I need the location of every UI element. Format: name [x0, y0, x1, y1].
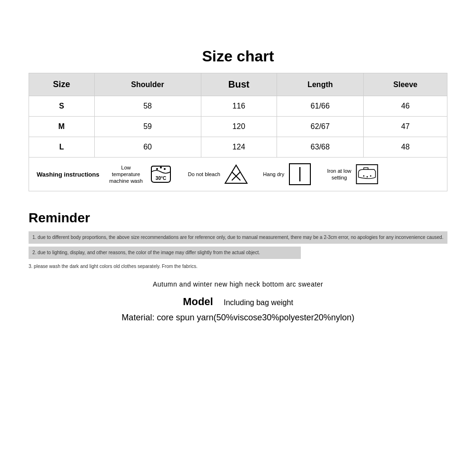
wash-group-hang-dry: Hang dry [263, 162, 312, 186]
wash-group-no-bleach: Do not bleach [188, 162, 248, 186]
reminder-note-1: 1. due to different body proportions, th… [29, 231, 447, 244]
col-size: Size [29, 73, 95, 96]
size-chart-title: Size chart [29, 48, 447, 65]
reminder-note-3: 3. please wash the dark and light colors… [29, 262, 447, 271]
model-row: Model Including bag weight [29, 296, 447, 308]
table-cell: M [29, 117, 95, 137]
table-row: S5811661/6646 [29, 96, 447, 117]
svg-point-10 [363, 175, 365, 177]
table-cell: 116 [201, 96, 277, 117]
svg-marker-4 [225, 165, 247, 183]
svg-point-1 [156, 168, 158, 170]
table-cell: 46 [364, 96, 447, 117]
iron-icon [355, 162, 379, 186]
washing-instructions-row: Washing instructions Low temperaturemach… [29, 158, 447, 191]
svg-point-2 [160, 167, 162, 169]
product-name: Autumn and winter new high neck bottom a… [29, 280, 447, 288]
hang-dry-icon [288, 162, 312, 186]
hang-dry-text: Hang dry [263, 171, 285, 178]
table-cell: 120 [201, 117, 277, 137]
table-cell: 61/66 [277, 96, 363, 117]
table-cell: 124 [201, 137, 277, 158]
table-cell: 47 [364, 117, 447, 137]
svg-text:30°C: 30°C [156, 176, 166, 181]
wash-low-temp-text: Low temperaturemachine wash [107, 164, 145, 185]
no-bleach-icon [224, 162, 248, 186]
wash-30-icon: 30°C [149, 162, 173, 186]
table-cell: 58 [94, 96, 201, 117]
col-sleeve: Sleeve [364, 73, 447, 96]
col-shoulder: Shoulder [94, 73, 201, 96]
material-row: Material: core spun yarn(50%viscose30%po… [29, 313, 447, 323]
table-header: Size Shoulder Bust Length Sleeve [29, 73, 447, 96]
reminder-note-2: 2. due to lighting, display, and other r… [29, 247, 301, 259]
svg-point-12 [370, 175, 371, 177]
table-cell: 48 [364, 137, 447, 158]
table-cell: 62/67 [277, 117, 363, 137]
table-row: L6012463/6848 [29, 137, 447, 158]
washing-label: Washing instructions [37, 171, 99, 178]
reminder-title: Reminder [29, 210, 447, 226]
svg-point-11 [367, 176, 368, 178]
iron-low-text: Iron at lowsetting [327, 168, 351, 181]
svg-point-3 [164, 168, 166, 170]
table-cell: 60 [94, 137, 201, 158]
table-row: M5912062/6747 [29, 117, 447, 137]
col-bust: Bust [201, 73, 277, 96]
table-cell: S [29, 96, 95, 117]
table-cell: 59 [94, 117, 201, 137]
table-cell: L [29, 137, 95, 158]
model-value: Including bag weight [224, 298, 293, 307]
model-label: Model [183, 296, 213, 307]
table-body: S5811661/6646M5912062/6747L6012463/6848 [29, 96, 447, 158]
table-cell: 63/68 [277, 137, 363, 158]
wash-group-iron: Iron at lowsetting [327, 162, 379, 186]
col-length: Length [277, 73, 363, 96]
size-table: Size Shoulder Bust Length Sleeve S581166… [29, 73, 447, 158]
wash-group-low-temp: Low temperaturemachine wash 30°C [107, 162, 173, 186]
do-not-bleach-text: Do not bleach [188, 171, 220, 178]
